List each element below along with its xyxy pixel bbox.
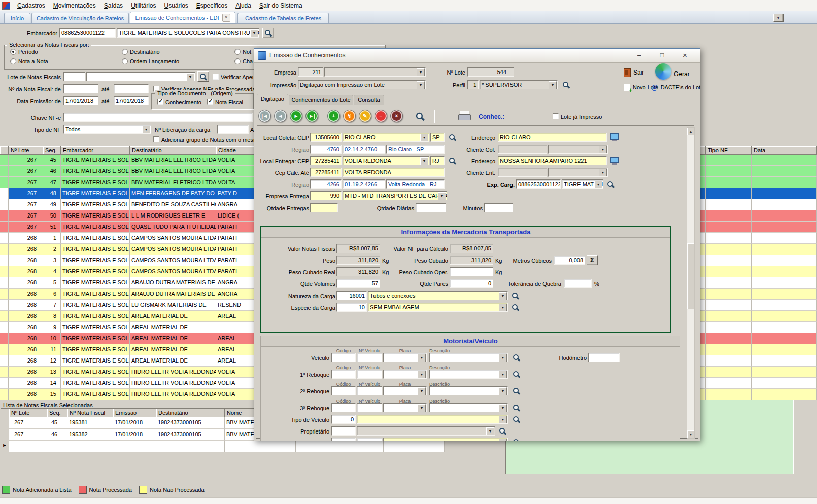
tab-cadastro-tabelas-fretes[interactable]: Cadastro de Tabelas de Fretes (237, 13, 329, 23)
tab-close-icon[interactable] (222, 14, 230, 22)
coleta-address-computer-icon[interactable] (609, 133, 620, 142)
tipo-nf-combo[interactable]: Todos (63, 125, 151, 134)
menu-item[interactable]: Movimentações (49, 2, 100, 9)
veiculo-numero-field[interactable] (357, 353, 382, 362)
nf-ate-field[interactable] (114, 84, 149, 93)
edit-record-button[interactable]: ✎ (359, 110, 371, 122)
scroll-up-button[interactable] (687, 128, 694, 135)
empresa-combo[interactable] (324, 67, 426, 77)
coleta-endereco-field[interactable]: RIO CLARO (498, 133, 607, 142)
dacte-button[interactable]: @ DACTE's do Lote (651, 82, 700, 92)
veiculo-search-icon[interactable] (512, 353, 520, 362)
header-seq[interactable]: Seq. (47, 409, 67, 417)
insert-record-button[interactable]: + (327, 110, 340, 122)
menu-item[interactable]: Usuários (160, 2, 192, 9)
sigma-button[interactable]: Σ (587, 255, 598, 265)
tab-cadastro-vinculacao-rateios[interactable]: Cadastro de Vinculação de Rateios (31, 13, 129, 23)
tab-consulta[interactable]: Consulta (354, 95, 384, 105)
radio-periodo[interactable] (10, 49, 16, 55)
tab-emissao-conhecimentos-edi[interactable]: Emissão de Conhecimentos - EDI (130, 12, 235, 23)
cancel-record-button[interactable]: × (390, 110, 403, 122)
reboque3-descricao-combo[interactable] (429, 403, 508, 412)
cliente-ent-combo[interactable] (548, 168, 608, 177)
reboque1-descricao-combo[interactable] (429, 370, 508, 379)
nav-prior-button[interactable]: ◄ (274, 110, 287, 122)
scrollbar-thumb[interactable] (687, 243, 694, 309)
menu-item[interactable]: Sair do Sistema (255, 2, 307, 9)
motorista1-search-icon[interactable] (512, 438, 520, 441)
motorista1-combo[interactable] (383, 438, 508, 441)
adicionar-grupo-checkbox[interactable] (153, 136, 159, 142)
nav-first-button[interactable]: |◄ (258, 110, 271, 122)
menu-item[interactable]: Específicos (192, 2, 231, 9)
especie-codigo-field[interactable]: 10 (336, 303, 367, 312)
empresa-field[interactable]: 211 (298, 67, 323, 77)
peso-cubado-oper-field[interactable] (450, 267, 493, 276)
impressao-combo[interactable]: Digitação com Impressão em Lote (298, 80, 426, 89)
lote-impresso-checkbox[interactable] (553, 113, 559, 119)
header-seq[interactable]: Seq. (43, 146, 61, 155)
reboque2-codigo-field[interactable] (331, 386, 356, 395)
maximize-button[interactable] (655, 50, 669, 61)
coleta-cep-field[interactable]: 13505600 (310, 133, 342, 142)
chave-nfe-field[interactable] (63, 113, 253, 122)
nf-de-field[interactable] (63, 84, 98, 93)
header-nota-fiscal[interactable]: Nº Nota Fiscal (67, 409, 113, 417)
verificar-apena-checkbox[interactable] (213, 74, 219, 80)
menu-item[interactable]: Ajuda (231, 2, 255, 9)
reboque3-numero-field[interactable] (357, 403, 382, 412)
header-destinatario[interactable]: Destinatário (156, 409, 225, 417)
reboque3-search-icon[interactable] (512, 404, 520, 412)
perfil-num-field[interactable]: 1 (467, 80, 479, 89)
tab-overflow-button[interactable] (773, 14, 784, 22)
especie-combo[interactable]: SEM EMBALAGEM (368, 303, 508, 312)
liberacao-field[interactable] (217, 125, 249, 134)
reboque1-numero-field[interactable] (357, 370, 382, 379)
empresa-entrega-combo[interactable]: MTD - MTD TRANSPORTES DE CARGAS LTDA (343, 191, 447, 200)
cliente-ent-field[interactable] (498, 168, 547, 177)
natureza-search-icon[interactable] (511, 292, 519, 300)
tolerancia-field[interactable] (564, 279, 592, 288)
minimize-button[interactable] (632, 50, 646, 61)
tipo-veiculo-search-icon[interactable] (512, 415, 520, 423)
reboque2-numero-field[interactable] (357, 386, 382, 395)
cep-calc-field[interactable]: 27285411 (310, 168, 342, 177)
list-item[interactable]: ► 267 47 195383 17/01/2018 1982437300010… (1, 441, 445, 452)
data-de-field[interactable]: 17/01/2018 (63, 96, 98, 105)
header-emissao[interactable]: Emissão (113, 409, 156, 417)
coleta-uf-field[interactable]: SP (430, 133, 445, 142)
hodometro-field[interactable] (588, 353, 620, 362)
header-lote[interactable]: Nº Lote (9, 409, 47, 417)
nav-last-button[interactable]: ►| (305, 110, 318, 122)
close-button[interactable] (677, 50, 692, 61)
qtdade-entregas-field[interactable] (310, 203, 338, 212)
reboque1-codigo-field[interactable] (331, 370, 356, 379)
sair-button[interactable]: Sair (624, 67, 644, 78)
header-lote[interactable]: Nº Lote (9, 146, 43, 155)
menu-item[interactable]: Saídas (100, 2, 127, 9)
radio-nota-a-nota[interactable] (10, 58, 16, 64)
scroll-down-button[interactable] (687, 430, 694, 438)
lote-search-button[interactable] (197, 71, 209, 82)
tab-inicio[interactable]: Início (4, 13, 30, 23)
conhecimento-checkbox[interactable] (157, 99, 163, 105)
search-record-icon[interactable] (415, 111, 424, 121)
tipo-veiculo-codigo-field[interactable]: 0 (331, 415, 356, 424)
metros-cubicos-field[interactable]: 0,008 (554, 256, 585, 265)
cliente-col-combo[interactable] (548, 145, 608, 154)
reboque1-search-icon[interactable] (512, 370, 520, 378)
tab-digitacao[interactable]: Digitação (257, 94, 288, 105)
especie-search-icon[interactable] (511, 303, 519, 311)
proprietario-search-icon[interactable] (498, 427, 506, 435)
veiculo-codigo-field[interactable] (331, 353, 356, 362)
radio-destinatario[interactable] (122, 49, 128, 55)
reboque3-codigo-field[interactable] (331, 403, 356, 412)
embarcador-name-combo[interactable]: TIGRE MATERIAIS E SOLUCOES PARA CONSTRUC… (117, 28, 259, 38)
natureza-codigo-field[interactable]: 16001 (336, 291, 367, 300)
motorista1-numero-field[interactable] (357, 438, 382, 441)
exp-carg-combo[interactable]: TIGRE MATERIAIS (562, 179, 603, 189)
veiculo-descricao-combo[interactable] (429, 353, 508, 362)
header-tipo-nf[interactable]: Tipo NF (706, 146, 752, 155)
entrega-cidade-combo[interactable]: VOLTA REDONDA (343, 156, 429, 165)
minutos-field[interactable] (484, 203, 513, 212)
